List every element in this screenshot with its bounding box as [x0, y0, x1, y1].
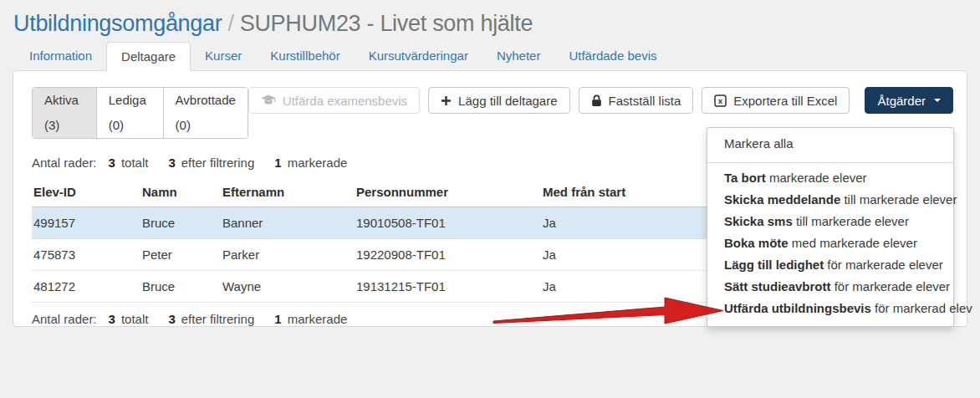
- menu-item-action: Utfärda utbildningsbevis: [724, 301, 871, 315]
- menu-item-action: Lägg till ledighet: [724, 258, 824, 272]
- filtered-count-label: efter filtrering: [181, 312, 255, 326]
- menu-item-action: Boka möte: [724, 236, 789, 250]
- add-participant-label: Lägg till deltagare: [458, 94, 557, 108]
- menu-item-markera-alla[interactable]: Markera alla: [707, 128, 953, 159]
- cell-efternamn: Banner: [221, 207, 355, 239]
- tab-bar: Information Deltagare Kurser Kurstillbeh…: [15, 42, 980, 71]
- menu-item-suffix: för markerade elever: [831, 279, 951, 293]
- column-header-personnummer[interactable]: Personnummer: [355, 178, 541, 207]
- menu-item-suffix: till markerade elever: [793, 214, 909, 228]
- actions-dropdown-button[interactable]: Åtgärder: [865, 87, 953, 114]
- row-counts-label: Antal rader:: [32, 156, 97, 170]
- finalize-list-label: Fastställ lista: [609, 94, 681, 108]
- marked-count-label: markerade: [288, 312, 348, 326]
- tab-information[interactable]: Information: [15, 42, 106, 71]
- menu-item-ta-bort[interactable]: Ta bort markerade elever: [707, 167, 953, 189]
- tab-kurstillbehor[interactable]: Kurstillbehör: [256, 42, 354, 71]
- cell-namn: Bruce: [140, 271, 221, 303]
- issue-diploma-button[interactable]: Utfärda examensbevis: [248, 87, 420, 114]
- chevron-down-icon: [934, 99, 941, 105]
- menu-item-action: Ta bort: [724, 171, 766, 185]
- add-participant-button[interactable]: Lägg till deltagare: [428, 87, 569, 114]
- row-counts-label: Antal rader:: [32, 312, 97, 326]
- total-count: 3: [109, 312, 115, 326]
- plus-icon: [441, 95, 452, 106]
- svg-text:x: x: [718, 96, 723, 105]
- graduation-cap-icon: [261, 94, 276, 106]
- tab-deltagare[interactable]: Deltagare: [106, 42, 191, 71]
- excel-file-icon: x: [714, 94, 727, 107]
- menu-item-boka-mote[interactable]: Boka möte med markerade elever: [707, 232, 953, 254]
- menu-item-action: Sätt studieavbrott: [724, 279, 831, 293]
- finalize-list-button[interactable]: Fastställ lista: [579, 87, 694, 114]
- column-header-namn[interactable]: Namn: [140, 178, 221, 207]
- menu-item-suffix: till markerade elever: [840, 192, 957, 207]
- menu-divider: [707, 162, 953, 163]
- page-title: SUPHUM23 - Livet som hjälte: [240, 11, 533, 36]
- cell-personnummer: 19220908-TF01: [355, 239, 541, 271]
- page: { "breadcrumb": { "section": "Utbildning…: [0, 0, 980, 398]
- cell-namn: Peter: [140, 239, 221, 271]
- menu-item-suffix: för markerad elev: [871, 301, 972, 315]
- breadcrumb-section-link[interactable]: Utbildningsomgångar: [13, 11, 222, 36]
- status-filter-group: Aktiva (3) Lediga (0) Avbrottade (0): [32, 87, 248, 139]
- menu-item-suffix: markerade elever: [766, 171, 867, 185]
- filtered-count-label: efter filtrering: [181, 156, 255, 170]
- column-header-efternamn[interactable]: Efternamn: [221, 178, 355, 207]
- tab-kurser[interactable]: Kurser: [191, 42, 256, 71]
- menu-item-action: Skicka sms: [724, 214, 793, 228]
- filter-avbrottade[interactable]: Avbrottade (0): [164, 88, 248, 138]
- column-header-elev-id[interactable]: Elev-ID: [32, 178, 140, 207]
- cell-elev-id: 475873: [32, 239, 140, 271]
- lock-icon: [591, 94, 602, 107]
- actions-button-label: Åtgärder: [877, 94, 926, 108]
- actions-dropdown-menu: Markera alla Ta bort markerade elever Sk…: [707, 127, 954, 327]
- cell-elev-id: 499157: [32, 207, 140, 239]
- tab-utfardade-bevis[interactable]: Utfärdade bevis: [554, 42, 671, 71]
- marked-count: 1: [274, 312, 281, 326]
- cell-elev-id: 481272: [32, 271, 140, 303]
- cell-efternamn: Wayne: [221, 271, 355, 303]
- menu-item-skicka-meddelande[interactable]: Skicka meddelande till markerade elever: [707, 189, 953, 211]
- marked-count: 1: [274, 156, 281, 170]
- tab-nyheter[interactable]: Nyheter: [482, 42, 555, 71]
- total-count-label: totalt: [121, 156, 149, 170]
- menu-item-utfarda-utbildningsbevis[interactable]: Utfärda utbildningsbevis för markerad el…: [707, 298, 953, 319]
- cell-efternamn: Parker: [221, 239, 355, 271]
- cell-personnummer: 19131215-TF01: [355, 271, 541, 303]
- export-excel-label: Exportera till Excel: [733, 94, 837, 108]
- cell-personnummer: 19010508-TF01: [355, 207, 541, 239]
- filter-lediga[interactable]: Lediga (0): [97, 88, 164, 138]
- filtered-count: 3: [168, 156, 175, 170]
- menu-item-suffix: med markerade elever: [789, 236, 917, 250]
- toolbar-actions: Utfärda examensbevis Lägg till deltagare…: [248, 87, 953, 114]
- menu-item-skicka-sms[interactable]: Skicka sms till markerade elever: [707, 211, 953, 232]
- filter-aktiva[interactable]: Aktiva (3): [33, 88, 97, 138]
- menu-item-lagg-till-ledighet[interactable]: Lägg till ledighet för markerade elever: [707, 254, 953, 276]
- menu-item-satt-studieavbrott[interactable]: Sätt studieavbrott för markerade elever: [707, 276, 953, 298]
- filtered-count: 3: [168, 312, 175, 326]
- breadcrumb-separator: /: [227, 11, 233, 36]
- cell-namn: Bruce: [140, 207, 221, 239]
- tab-kursutvarderingar[interactable]: Kursutvärderingar: [355, 42, 482, 71]
- issue-diploma-label: Utfärda examensbevis: [283, 94, 407, 108]
- breadcrumb: Utbildningsomgångar/SUPHUM23 - Livet som…: [13, 11, 967, 37]
- total-count: 3: [109, 156, 115, 170]
- marked-count-label: markerade: [288, 156, 348, 170]
- menu-item-suffix: för markerade elever: [824, 258, 943, 272]
- total-count-label: totalt: [121, 312, 149, 326]
- export-excel-button[interactable]: x Exportera till Excel: [702, 87, 850, 114]
- page-header: Utbildningsomgångar/SUPHUM23 - Livet som…: [0, 0, 980, 42]
- menu-item-action: Skicka meddelande: [724, 192, 840, 207]
